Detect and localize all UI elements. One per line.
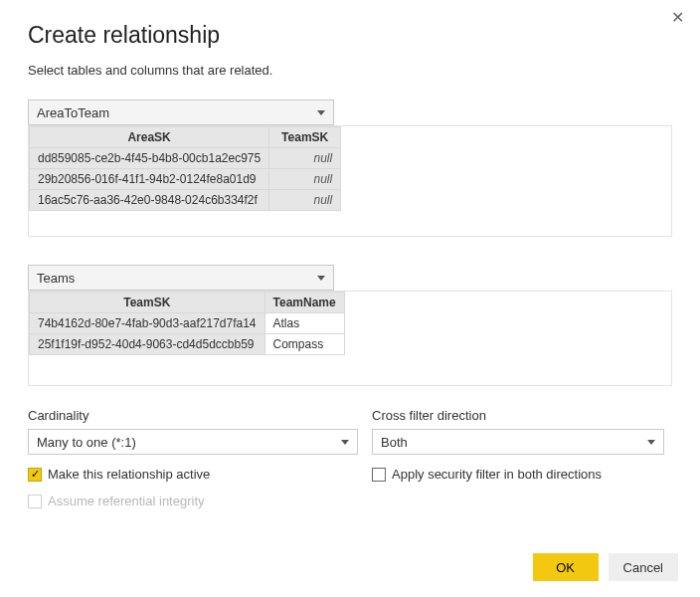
table-row[interactable]: 16ac5c76-aa36-42e0-9848-024c6b334f2f nul… (30, 190, 341, 211)
cell-teamname: Atlas (264, 313, 344, 334)
crossfilter-dropdown[interactable]: Both (372, 429, 664, 455)
cell-teamname: Compass (264, 334, 344, 355)
close-icon[interactable]: ✕ (671, 10, 684, 26)
chevron-down-icon (647, 440, 655, 445)
chevron-down-icon (317, 276, 325, 281)
cardinality-value: Many to one (*:1) (37, 435, 341, 450)
col-header-teamsk[interactable]: TeamSK (269, 127, 341, 148)
apply-security-label: Apply security filter in both directions (392, 467, 602, 482)
make-active-label: Make this relationship active (48, 467, 210, 482)
crossfilter-section: Cross filter direction Both Apply securi… (372, 408, 672, 508)
chevron-down-icon (341, 440, 349, 445)
make-active-checkbox[interactable]: ✓ Make this relationship active (28, 467, 358, 482)
cell-teamsk: 25f1f19f-d952-40d4-9063-cd4d5dccbb59 (30, 334, 265, 355)
table1-dropdown[interactable]: AreaToTeam (28, 100, 334, 125)
crossfilter-value: Both (381, 435, 647, 450)
table-row[interactable]: 25f1f19f-d952-40d4-9063-cd4d5dccbb59 Com… (30, 334, 345, 355)
dialog-title: Create relationship (28, 22, 672, 49)
cardinality-section: Cardinality Many to one (*:1) ✓ Make thi… (28, 408, 358, 508)
table1-preview: AreaSK TeamSK dd859085-ce2b-4f45-b4b8-00… (28, 125, 672, 237)
col-header-teamname[interactable]: TeamName (264, 293, 344, 313)
table1-dropdown-label: AreaToTeam (37, 105, 317, 120)
table-header-row: AreaSK TeamSK (30, 127, 341, 148)
cell-areask: 29b20856-016f-41f1-94b2-0124fe8a01d9 (30, 169, 269, 190)
checkbox-checked-icon: ✓ (28, 468, 42, 482)
ok-button[interactable]: OK (533, 553, 599, 581)
cell-teamsk: null (269, 148, 341, 169)
cell-areask: 16ac5c76-aa36-42e0-9848-024c6b334f2f (30, 190, 269, 211)
table-row[interactable]: 29b20856-016f-41f1-94b2-0124fe8a01d9 nul… (30, 169, 341, 190)
cardinality-dropdown[interactable]: Many to one (*:1) (28, 429, 358, 455)
apply-security-checkbox[interactable]: Apply security filter in both directions (372, 467, 672, 482)
crossfilter-label: Cross filter direction (372, 408, 672, 423)
cell-teamsk: 74b4162d-80e7-4fab-90d3-aaf217d7fa14 (30, 313, 265, 334)
assume-ref-checkbox: Assume referential integrity (28, 494, 358, 508)
table-row[interactable]: dd859085-ce2b-4f45-b4b8-00cb1a2ec975 nul… (30, 148, 341, 169)
table2-grid[interactable]: TeamSK TeamName 74b4162d-80e7-4fab-90d3-… (29, 292, 345, 355)
checkbox-unchecked-icon (28, 495, 42, 508)
cardinality-label: Cardinality (28, 408, 358, 423)
create-relationship-dialog: Create relationship Select tables and co… (0, 0, 700, 508)
chevron-down-icon (317, 110, 325, 115)
table1-grid[interactable]: AreaSK TeamSK dd859085-ce2b-4f45-b4b8-00… (29, 126, 341, 211)
assume-ref-label: Assume referential integrity (48, 494, 205, 508)
col-header-teamsk[interactable]: TeamSK (30, 293, 265, 313)
col-header-areask[interactable]: AreaSK (30, 127, 269, 148)
table2-dropdown[interactable]: Teams (28, 265, 334, 291)
table2-preview: TeamSK TeamName 74b4162d-80e7-4fab-90d3-… (28, 291, 672, 386)
cell-areask: dd859085-ce2b-4f45-b4b8-00cb1a2ec975 (30, 148, 269, 169)
dialog-subtitle: Select tables and columns that are relat… (28, 63, 672, 78)
dialog-buttons: OK Cancel (533, 553, 678, 581)
table2-dropdown-label: Teams (37, 271, 317, 286)
cancel-button[interactable]: Cancel (609, 553, 678, 581)
table-row[interactable]: 74b4162d-80e7-4fab-90d3-aaf217d7fa14 Atl… (30, 313, 345, 334)
checkbox-unchecked-icon (372, 468, 386, 482)
cell-teamsk: null (269, 169, 341, 190)
cell-teamsk: null (269, 190, 341, 211)
table-header-row: TeamSK TeamName (30, 293, 345, 313)
